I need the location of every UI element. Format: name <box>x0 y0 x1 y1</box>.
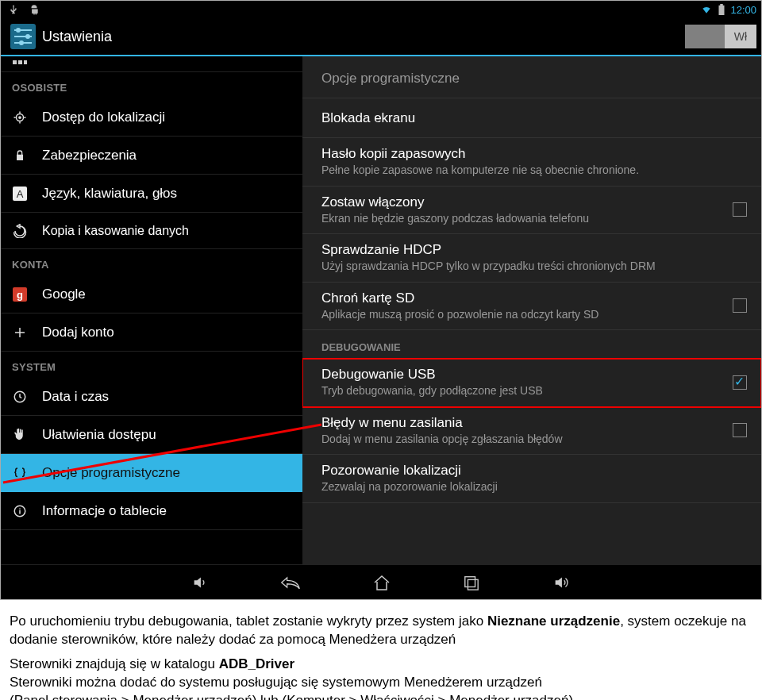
sidebar-item-language[interactable]: A Język, klawiatura, głos <box>1 175 302 213</box>
setting-bugreport-power[interactable]: Błędy w menu zasilania Dodaj w menu zasi… <box>302 407 761 456</box>
svg-text:A: A <box>17 188 24 200</box>
lock-icon <box>12 148 28 163</box>
sidebar-item-label: Dodaj konto <box>42 325 114 340</box>
setting-subtitle: Tryb debugowania, gdy podłączone jest US… <box>321 384 706 398</box>
setting-subtitle: Pełne kopie zapasowe na komputerze nie s… <box>321 163 706 178</box>
doc-text: Sterowniki można dodać do systemu posług… <box>10 675 542 690</box>
checkbox[interactable] <box>733 202 747 217</box>
sidebar-item-location[interactable]: Dostęp do lokalizacji <box>1 98 302 137</box>
clock-icon <box>12 389 28 405</box>
settings-sidebar[interactable]: OSOBISTE Dostęp do lokalizacji Zabezpiec… <box>1 56 302 564</box>
toggle-knob: Wł <box>725 25 756 48</box>
setting-title: Błędy w menu zasilania <box>321 415 706 431</box>
sidebar-category-accounts: KONTA <box>1 249 302 275</box>
doc-text: Sterowniki znajdują się w katalogu <box>10 656 219 671</box>
doc-bold: ADB_Driver <box>219 656 294 671</box>
android-icon <box>26 2 42 17</box>
setting-subtitle: Dodaj w menu zasilania opcję zgłaszania … <box>321 433 706 447</box>
clock-text: 12:00 <box>730 4 756 16</box>
setting-hdcp[interactable]: Sprawdzanie HDCP Użyj sprawdzania HDCP t… <box>302 234 761 283</box>
sidebar-item-label: Informacje o tablecie <box>42 503 167 519</box>
svg-rect-19 <box>465 576 475 587</box>
setting-title: Hasło kopii zapasowych <box>321 146 706 162</box>
setting-usb-debugging[interactable]: Debugowanie USB Tryb debugowania, gdy po… <box>302 359 761 407</box>
status-bar: 12:00 <box>1 1 761 18</box>
sidebar-item-label: Kopia i kasowanie danych <box>42 224 189 238</box>
detail-header: Opcje programistyczne <box>302 56 761 98</box>
setting-stay-awake[interactable]: Zostaw włączony Ekran nie będzie gaszony… <box>302 187 761 235</box>
checkbox[interactable] <box>733 423 747 437</box>
sidebar-item-security[interactable]: Zabezpieczenia <box>1 137 302 175</box>
sidebar-item-label: Data i czas <box>42 389 109 405</box>
settings-app-icon <box>4 17 42 56</box>
sidebar-item-label: Google <box>42 287 86 302</box>
setting-title: Debugowanie USB <box>321 367 706 383</box>
home-button[interactable] <box>372 574 391 591</box>
setting-subtitle: Ekran nie będzie gaszony podczas ładowan… <box>321 212 706 226</box>
sidebar-item-label: Zabezpieczenia <box>42 148 137 163</box>
google-icon: g <box>12 287 28 302</box>
checkbox-checked[interactable] <box>733 375 747 390</box>
volume-down-button[interactable] <box>191 574 209 591</box>
setting-backup-password[interactable]: Hasło kopii zapasowych Pełne kopie zapas… <box>302 138 761 187</box>
sidebar-item-label: Ułatwienia dostępu <box>42 427 156 443</box>
setting-subtitle: Aplikacje muszą prosić o pozwolenie na o… <box>321 308 706 322</box>
svg-point-4 <box>25 34 30 39</box>
setting-protect-sd[interactable]: Chroń kartę SD Aplikacje muszą prosić o … <box>302 283 761 331</box>
sidebar-item-google[interactable]: g Google <box>1 275 302 313</box>
setting-subtitle: Użyj sprawdzania HDCP tylko w przypadku … <box>321 260 706 274</box>
sidebar-item-about[interactable]: Informacje o tablecie <box>1 492 302 530</box>
sidebar-item-label: Opcje programistyczne <box>42 465 180 481</box>
settings-detail-panel[interactable]: Opcje programistyczne Blokada ekranu Has… <box>302 56 761 564</box>
setting-title: Sprawdzanie HDCP <box>321 242 706 258</box>
info-icon <box>12 503 28 519</box>
instruction-text: Po uruchomieniu trybu debugowania, table… <box>0 600 762 700</box>
restore-icon <box>12 223 28 239</box>
sidebar-item-backup[interactable]: Kopia i kasowanie danych <box>1 213 302 249</box>
dev-options-toggle[interactable]: Wł <box>685 25 756 48</box>
setting-title: Zostaw włączony <box>321 194 706 210</box>
detail-category-debugging: DEBUGOWANIE <box>302 330 761 359</box>
page-title: Ustawienia <box>42 29 112 45</box>
navigation-bar <box>1 564 761 599</box>
sidebar-category-personal: OSOBISTE <box>1 72 302 98</box>
setting-title: Blokada ekranu <box>321 110 706 126</box>
apps-icon <box>12 56 28 72</box>
svg-rect-8 <box>18 60 22 64</box>
title-bar: Ustawienia Wł <box>1 18 761 56</box>
usb-icon <box>6 2 21 17</box>
volume-up-button[interactable] <box>552 574 571 591</box>
battery-icon <box>718 4 725 15</box>
setting-subtitle: Zezwalaj na pozorowanie lokalizacji <box>321 480 706 494</box>
svg-point-2 <box>16 28 21 33</box>
checkbox[interactable] <box>733 298 747 313</box>
recent-button[interactable] <box>463 575 480 590</box>
android-settings-screenshot: 12:00 Ustawienia Wł <box>0 0 762 600</box>
svg-text:g: g <box>17 289 23 301</box>
svg-point-11 <box>19 116 21 117</box>
setting-mock-locations[interactable]: Pozorowanie lokalizacji Zezwalaj na pozo… <box>302 455 761 503</box>
svg-rect-7 <box>13 60 17 64</box>
sidebar-item-add-account[interactable]: Dodaj konto <box>1 313 302 352</box>
doc-text: (Panel sterowania > Menedżer urządzeń) l… <box>10 693 573 700</box>
content-area: OSOBISTE Dostęp do lokalizacji Zabezpiec… <box>1 56 761 564</box>
svg-rect-20 <box>468 579 478 590</box>
sidebar-item-accessibility[interactable]: Ułatwienia dostępu <box>1 416 302 454</box>
sidebar-category-system: SYSTEM <box>1 352 302 378</box>
svg-rect-9 <box>24 60 27 64</box>
a-icon: A <box>12 186 28 202</box>
setting-screen-lock[interactable]: Blokada ekranu <box>302 98 761 138</box>
sidebar-item-label: Dostęp do lokalizacji <box>42 110 165 125</box>
sidebar-item-datetime[interactable]: Data i czas <box>1 378 302 416</box>
sidebar-item-developer-options[interactable]: Opcje programistyczne <box>1 454 302 492</box>
back-button[interactable] <box>280 575 301 590</box>
setting-title: Pozorowanie lokalizacji <box>321 463 706 479</box>
target-icon <box>12 110 28 125</box>
sidebar-item-label: Język, klawiatura, głos <box>42 186 177 202</box>
sidebar-item-partial[interactable] <box>1 56 302 72</box>
plus-icon <box>12 325 28 340</box>
hand-icon <box>12 427 28 443</box>
doc-bold: Nieznane urządzenie <box>487 613 620 629</box>
svg-point-6 <box>19 40 24 45</box>
setting-title: Chroń kartę SD <box>321 290 706 306</box>
